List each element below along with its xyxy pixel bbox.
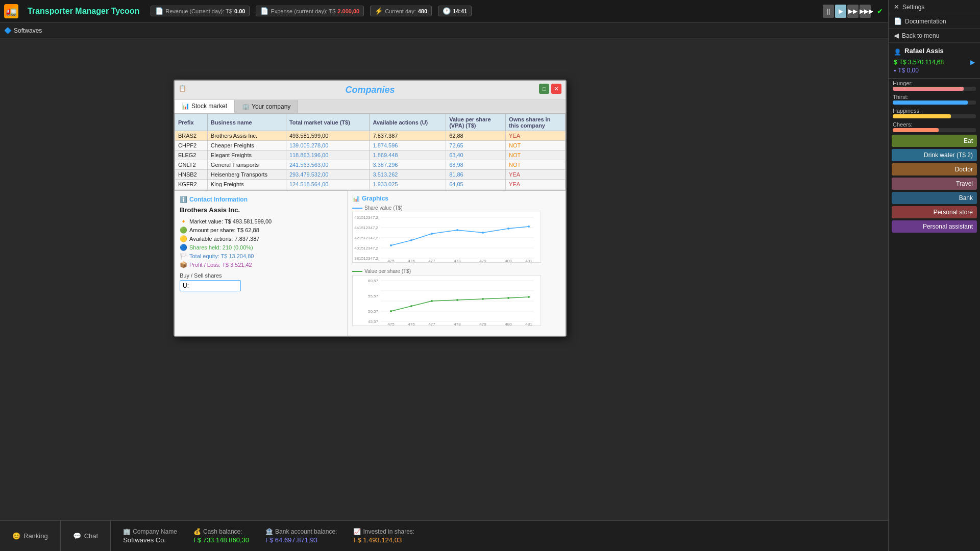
cell-actions: 7.837.387 bbox=[370, 131, 446, 141]
chart2-container: Value per share (T$) 60,57 55,57 50,57 4… bbox=[352, 268, 561, 328]
drink-button[interactable]: Drink water (T$ 2) bbox=[892, 149, 977, 161]
svg-text:481: 481 bbox=[525, 322, 532, 326]
speed1-btn[interactable]: ▶ bbox=[835, 5, 846, 18]
svg-point-46 bbox=[528, 296, 530, 298]
right-arrow-icon: ▶ bbox=[970, 59, 975, 66]
table-row[interactable]: BRAS2 Brothers Assis Inc. 493.581.599,00… bbox=[175, 131, 566, 141]
settings-item[interactable]: ✕ Settings bbox=[889, 0, 980, 14]
cell-owns: YEA bbox=[506, 170, 566, 180]
happiness-bar-row: Happiness: bbox=[889, 106, 980, 120]
ranking-tab[interactable]: 😊 Ranking bbox=[0, 521, 61, 551]
cell-prefix: ELEG2 bbox=[175, 151, 208, 160]
svg-text:478: 478 bbox=[454, 259, 461, 263]
documentation-item[interactable]: 📄 Documentation bbox=[889, 14, 980, 29]
cell-prefix: MEGA2 bbox=[175, 189, 208, 191]
back-to-menu-item[interactable]: ◀ Back to menu bbox=[889, 29, 980, 43]
doc-icon: 📄 bbox=[894, 17, 902, 25]
travel-button[interactable]: Travel bbox=[892, 178, 977, 190]
cell-prefix: KGFR2 bbox=[175, 180, 208, 189]
chart2-svg: 60,57 55,57 50,57 45,57 475 476 477 478 … bbox=[352, 275, 541, 326]
back-icon: ◀ bbox=[894, 32, 899, 39]
col-available-actions: Available actions (U) bbox=[370, 114, 446, 131]
bank-stat-icon: 🏦 bbox=[265, 528, 273, 535]
money-icon: $ bbox=[894, 59, 897, 66]
bank-button[interactable]: Bank bbox=[892, 192, 977, 204]
thirst-fill bbox=[893, 101, 968, 105]
cell-market-value: 493.581.599,00 bbox=[286, 131, 370, 141]
actions-icon: 🟡 bbox=[180, 235, 187, 242]
cash-balance-stat: 💰 Cash balance: F$ 733.148.860,30 bbox=[193, 528, 249, 544]
chart-icon: 📊 bbox=[352, 195, 360, 202]
cell-vpa: 92,89 bbox=[446, 189, 506, 191]
table-row[interactable]: GNLT2 General Transports 241.563.563,00 … bbox=[175, 160, 566, 170]
market-icon: 🔸 bbox=[180, 218, 187, 225]
cell-name: General Transports bbox=[207, 160, 286, 170]
bottombar: 😊 Ranking 💬 Chat 🏢 Company Name Softwave… bbox=[0, 520, 888, 551]
table-row[interactable]: CHPF2 Cheaper Freights 139.005.278,00 1.… bbox=[175, 141, 566, 151]
chart1-container: Share value (T$) 461512347,2 441512347,2… bbox=[352, 205, 561, 264]
chart2-legend: Value per share (T$) bbox=[352, 268, 561, 274]
table-row[interactable]: HNSB2 Heisenberg Transports 293.479.532,… bbox=[175, 170, 566, 180]
share-icon: 🟢 bbox=[180, 227, 187, 234]
table-row[interactable]: KGFR2 King Freights 124.518.564,00 1.933… bbox=[175, 180, 566, 189]
tab-your-company[interactable]: 🏢 Your company bbox=[235, 100, 298, 113]
window-minimize-button[interactable]: □ bbox=[539, 84, 549, 94]
amount-per-share-row: 🟢 Amount per share: T$ 62,88 bbox=[180, 227, 342, 234]
cheers-bar-row: Cheers: bbox=[889, 120, 980, 134]
col-vpa: Value per share(VPA) (T$) bbox=[446, 114, 506, 131]
cell-vpa: 62,88 bbox=[446, 131, 506, 141]
contact-company-name: Brothers Assis Inc. bbox=[180, 206, 342, 214]
stock-market-icon: 📊 bbox=[182, 103, 189, 110]
speed2-btn[interactable]: ▶▶ bbox=[847, 5, 859, 18]
companies-tbody: BRAS2 Brothers Assis Inc. 493.581.599,00… bbox=[175, 131, 566, 191]
svg-text:475: 475 bbox=[387, 259, 395, 263]
companies-table: Prefix Business name Total market value … bbox=[175, 114, 566, 190]
bank-icon-small: ▪ bbox=[894, 67, 896, 74]
chat-icon: 💬 bbox=[73, 532, 81, 540]
svg-text:479: 479 bbox=[479, 322, 486, 326]
bottom-stats: 🏢 Company Name Softwaves Co. 💰 Cash bala… bbox=[111, 528, 888, 544]
day-icon: ⚡ bbox=[375, 7, 383, 15]
speed-controls: || ▶ ▶▶ ▶▶▶ bbox=[823, 5, 871, 18]
close-small-icon: ✕ bbox=[894, 3, 899, 11]
eat-button[interactable]: Eat bbox=[892, 135, 977, 147]
chat-tab[interactable]: 💬 Chat bbox=[61, 521, 111, 551]
cell-name: Heisenberg Transports bbox=[207, 170, 286, 180]
svg-text:421512347,2: 421512347,2 bbox=[354, 236, 378, 240]
buy-sell-input[interactable] bbox=[180, 280, 241, 291]
player-section: 👤 Rafael Assis $ T$ 3.570.114,68 ▶ ▪ T$ … bbox=[889, 43, 980, 79]
time-stat: 🕐 14:41 bbox=[438, 6, 472, 16]
cell-vpa: 68,98 bbox=[446, 160, 506, 170]
cell-vpa: 64,05 bbox=[446, 180, 506, 189]
window-close-button[interactable]: ✕ bbox=[551, 84, 561, 94]
chart1-svg: 461512347,2 441512347,2 421512347,2 4015… bbox=[352, 212, 541, 263]
cell-market-value: 241.563.563,00 bbox=[286, 160, 370, 170]
personal-assistant-button[interactable]: Personal assistant bbox=[892, 220, 977, 233]
profit-loss-row: 📦 Profit / Loss: T$ 3.521,42 bbox=[180, 261, 342, 268]
window-tabs: 📊 Stock market 🏢 Your company bbox=[175, 100, 566, 114]
expense-stat: 📄 Expense (current day): T$ 2.000,00 bbox=[256, 6, 364, 16]
cell-market-value: 293.479.532,00 bbox=[286, 170, 370, 180]
svg-point-23 bbox=[528, 226, 530, 228]
doctor-button[interactable]: Doctor bbox=[892, 163, 977, 176]
clock-icon: 🕐 bbox=[443, 7, 451, 15]
cell-prefix: HNSB2 bbox=[175, 170, 208, 180]
svg-text:477: 477 bbox=[428, 259, 435, 263]
pause-btn[interactable]: || bbox=[823, 5, 834, 18]
player-name: Rafael Assis bbox=[904, 47, 944, 55]
cell-actions: 3.387.296 bbox=[370, 160, 446, 170]
table-row[interactable]: ELEG2 Elegant Freights 118.863.196,00 1.… bbox=[175, 151, 566, 160]
cell-actions: 1.701.668 bbox=[370, 189, 446, 191]
tab-stock-market[interactable]: 📊 Stock market bbox=[175, 100, 235, 113]
checkmark-icon: ✔ bbox=[877, 7, 883, 15]
cheers-fill bbox=[893, 128, 939, 132]
cell-name: Brothers Assis Inc. bbox=[207, 131, 286, 141]
table-row[interactable]: MEGA2 Mega Freights 176.327.674,00 1.701… bbox=[175, 189, 566, 191]
personal-store-button[interactable]: Personal store bbox=[892, 206, 977, 218]
chart1-legend: Share value (T$) bbox=[352, 205, 561, 211]
table-header: Prefix Business name Total market value … bbox=[175, 114, 566, 131]
companies-window: 📋 Companies ✕ □ 📊 Stock market 🏢 Your co… bbox=[174, 80, 567, 337]
companies-table-scroll[interactable]: Prefix Business name Total market value … bbox=[175, 114, 566, 190]
profit-icon: 📦 bbox=[180, 261, 187, 268]
speed3-btn[interactable]: ▶▶▶ bbox=[860, 5, 871, 18]
